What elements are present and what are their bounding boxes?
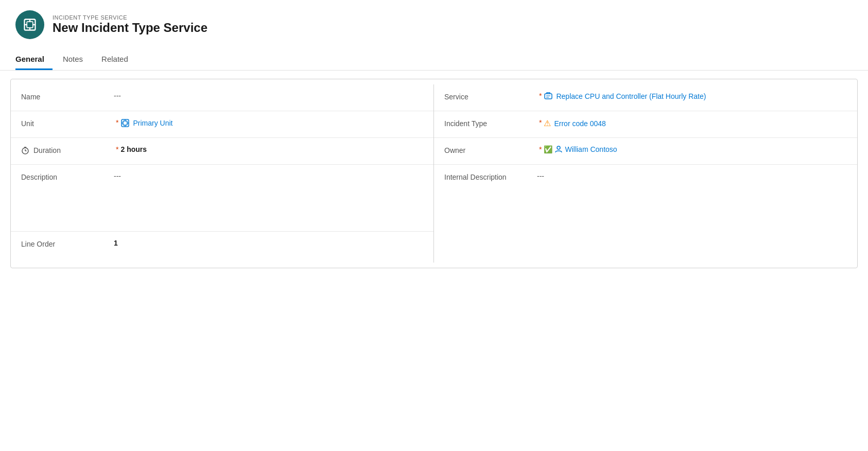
label-name: Name <box>21 92 114 101</box>
left-column: Name --- Unit * <box>11 84 434 263</box>
svg-rect-17 <box>545 94 552 99</box>
value-name: --- <box>114 92 423 100</box>
duration-icon <box>21 146 29 154</box>
value-duration: 2 hours <box>120 145 423 153</box>
right-column: Service * Replace CPU and Controller (Fl… <box>434 84 857 263</box>
field-duration: Duration * 2 hours <box>11 138 433 165</box>
label-incident-type: Incident Type <box>444 118 537 128</box>
header-text-block: INCIDENT TYPE SERVICE New Incident Type … <box>53 14 207 35</box>
label-service: Service <box>444 92 537 101</box>
tab-related[interactable]: Related <box>101 49 136 70</box>
field-description: Description --- <box>11 165 433 232</box>
field-internal-description: Internal Description --- <box>434 165 857 232</box>
label-owner: Owner <box>444 145 537 154</box>
tab-bar: General Notes Related <box>0 49 868 71</box>
label-description: Description <box>21 172 114 181</box>
service-icon <box>544 92 553 101</box>
person-icon <box>554 145 563 153</box>
page-title: New Incident Type Service <box>53 21 207 35</box>
value-service[interactable]: Replace CPU and Controller (Flat Hourly … <box>544 92 847 101</box>
warning-icon: ⚠ <box>544 118 551 128</box>
field-name: Name --- <box>11 84 433 111</box>
required-duration: * <box>116 145 118 153</box>
required-incident-type: * <box>539 118 542 127</box>
page-header: INCIDENT TYPE SERVICE New Incident Type … <box>0 0 868 44</box>
header-icon-svg <box>23 18 37 32</box>
label-internal-description: Internal Description <box>444 172 537 181</box>
unit-icon <box>120 118 130 128</box>
svg-rect-1 <box>27 22 33 28</box>
field-unit: Unit * Primary Unit <box>11 111 433 138</box>
value-incident-type[interactable]: ⚠ Error code 0048 <box>544 118 847 128</box>
value-line-order: 1 <box>114 239 423 247</box>
field-line-order: Line Order 1 <box>11 232 433 263</box>
svg-rect-7 <box>123 121 127 125</box>
field-service: Service * Replace CPU and Controller (Fl… <box>434 84 857 111</box>
form-container: Name --- Unit * <box>10 79 858 268</box>
green-check-icon: ✅ <box>544 145 552 153</box>
field-owner: Owner * ✅ William Contoso <box>434 138 857 165</box>
page-subtitle: INCIDENT TYPE SERVICE <box>53 14 207 21</box>
tab-general[interactable]: General <box>15 49 53 70</box>
label-unit: Unit <box>21 118 114 128</box>
value-owner[interactable]: ✅ William Contoso <box>544 145 847 153</box>
field-incident-type: Incident Type * ⚠ Error code 0048 <box>434 111 857 138</box>
required-service: * <box>539 92 542 100</box>
value-description: --- <box>114 172 423 180</box>
label-duration: Duration <box>21 145 114 154</box>
label-line-order: Line Order <box>21 239 114 248</box>
required-unit: * <box>116 118 118 127</box>
form-grid: Name --- Unit * <box>11 84 857 263</box>
value-internal-description: --- <box>537 172 847 180</box>
value-unit[interactable]: Primary Unit <box>120 118 423 128</box>
app-icon <box>15 10 44 39</box>
tab-notes[interactable]: Notes <box>63 49 91 70</box>
svg-point-20 <box>557 146 560 149</box>
required-owner: * <box>539 145 542 153</box>
